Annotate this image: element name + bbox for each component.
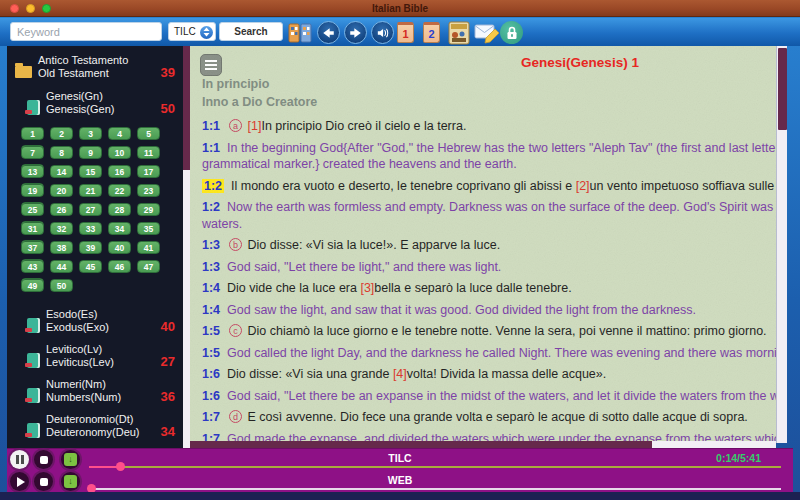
chapter-button[interactable]: 22 <box>108 184 131 197</box>
verse-ref[interactable]: 1:1 <box>202 141 220 155</box>
chapter-button[interactable]: 37 <box>21 241 44 254</box>
verse-ref[interactable]: 1:4 <box>202 281 220 295</box>
chapter-grid-row: 434445464748 <box>21 260 183 279</box>
chapter-button[interactable]: 45 <box>79 260 102 273</box>
lock-icon[interactable] <box>500 21 523 44</box>
chapter-button[interactable]: 14 <box>50 165 73 178</box>
chapter-button[interactable]: 15 <box>79 165 102 178</box>
verse-ref[interactable]: 1:7 <box>202 432 220 442</box>
verse-text: Il mondo era vuoto e deserto, le tenebre… <box>231 179 576 193</box>
vertical-scrollbar[interactable] <box>776 46 787 443</box>
horizontal-scrollbar[interactable] <box>190 441 776 448</box>
chapter-button[interactable]: 1 <box>21 127 44 140</box>
chapter-button[interactable]: 41 <box>137 241 160 254</box>
chapter-button[interactable]: 4 <box>108 127 131 140</box>
chapter-button[interactable]: 29 <box>137 203 160 216</box>
verse-ref[interactable]: 1:2 <box>202 200 220 214</box>
verse-text: In principio Dio creò il cielo e la terr… <box>261 119 466 133</box>
sidebar-scrollbar-thumb[interactable] <box>183 46 190 170</box>
verse-ref[interactable]: 1:5 <box>202 346 220 360</box>
chapter-button[interactable]: 31 <box>21 222 44 235</box>
chapter-button[interactable]: 27 <box>79 203 102 216</box>
chapter-button[interactable]: 21 <box>79 184 102 197</box>
verse-ref[interactable]: 1:3 <box>202 238 220 252</box>
chapter-button[interactable]: 11 <box>137 146 160 159</box>
book-icon <box>27 388 40 403</box>
chapter-button[interactable]: 28 <box>108 203 131 216</box>
chapter-button[interactable]: 44 <box>50 260 73 273</box>
player-time: 0:14/5:41 <box>716 452 761 464</box>
verse-ref[interactable]: 1:3 <box>202 260 220 274</box>
keyword-input[interactable] <box>10 22 162 41</box>
footnote-badge[interactable]: b <box>229 238 242 251</box>
chapter-button[interactable]: 47 <box>137 260 160 273</box>
footnote-badge[interactable]: c <box>229 324 242 337</box>
seek-slider[interactable] <box>89 487 781 490</box>
chapter-button[interactable]: 25 <box>21 203 44 216</box>
footnote-badge[interactable]: a <box>229 119 242 132</box>
chapter-button[interactable]: 2 <box>50 127 73 140</box>
chapter-button[interactable]: 23 <box>137 184 160 197</box>
verse-ref[interactable]: 1:6 <box>202 367 220 381</box>
verse-ref[interactable]: 1:4 <box>202 303 220 317</box>
search-button[interactable]: Search <box>219 22 283 41</box>
compose-mail-icon[interactable] <box>474 21 498 44</box>
sidebar-book-item[interactable]: Esodo(Es)Exodus(Exo)40 <box>7 308 183 334</box>
chapter-button[interactable]: 17 <box>137 165 160 178</box>
forward-button[interactable] <box>344 21 367 44</box>
bible-1-icon[interactable]: 1 <box>397 22 414 43</box>
chapter-button[interactable]: 20 <box>50 184 73 197</box>
chapter-button[interactable]: 32 <box>50 222 73 235</box>
chapter-button[interactable]: 43 <box>21 260 44 273</box>
book-name-en: Exodus(Exo) <box>46 321 157 334</box>
chapter-button[interactable]: 5 <box>137 127 160 140</box>
verse-ref[interactable]: 1:7 <box>202 410 220 424</box>
book-name-en: Deuteronomy(Deu) <box>46 426 157 439</box>
verse-ref[interactable]: 1:2 <box>202 179 224 193</box>
chapter-button[interactable]: 26 <box>50 203 73 216</box>
chapter-button[interactable]: 33 <box>79 222 102 235</box>
chapter-button[interactable]: 46 <box>108 260 131 273</box>
sidebar-book-item[interactable]: Numeri(Nm)Numbers(Num)36 <box>7 378 183 404</box>
parallel-bibles-icon[interactable] <box>288 21 312 44</box>
verse-ref[interactable]: 1:6 <box>202 389 220 403</box>
window-title: Italian Bible <box>0 3 800 14</box>
sidebar-book-item[interactable]: Deuteronomio(Dt)Deuteronomy(Deu)34 <box>7 413 183 439</box>
seek-thumb[interactable] <box>116 462 125 471</box>
chapter-button[interactable]: 3 <box>79 127 102 140</box>
footnote-marker: [1] <box>248 119 262 133</box>
sidebar-scrollbar[interactable] <box>183 46 190 448</box>
vertical-scrollbar-thumb[interactable] <box>778 48 787 130</box>
chapter-button[interactable]: 8 <box>50 146 73 159</box>
sidebar-item-old-testament[interactable]: Antico Testamento Old Testament 39 <box>7 54 183 80</box>
chapter-button[interactable]: 50 <box>50 279 73 292</box>
back-button[interactable] <box>317 21 340 44</box>
chapter-button[interactable]: 13 <box>21 165 44 178</box>
chapter-button[interactable]: 39 <box>79 241 102 254</box>
picture-bible-icon[interactable] <box>448 21 472 44</box>
seek-slider[interactable] <box>89 465 781 468</box>
chapter-button[interactable]: 49 <box>21 279 44 292</box>
chapter-button[interactable]: 34 <box>108 222 131 235</box>
footnote-marker: [3] <box>360 281 374 295</box>
sidebar-book-item[interactable]: Genesi(Gn)Genesis(Gen)50 <box>7 90 183 116</box>
chapter-button[interactable]: 38 <box>50 241 73 254</box>
chapter-button[interactable]: 35 <box>137 222 160 235</box>
horizontal-scrollbar-thumb[interactable] <box>190 441 652 448</box>
bible-2-icon[interactable]: 2 <box>423 22 440 43</box>
chapter-button[interactable]: 16 <box>108 165 131 178</box>
verse-text: Dio disse: «Vi sia una grande <box>227 367 393 381</box>
chapter-button[interactable]: 10 <box>108 146 131 159</box>
chapter-button[interactable]: 19 <box>21 184 44 197</box>
chapter-button[interactable]: 9 <box>79 146 102 159</box>
speaker-button[interactable] <box>371 21 394 44</box>
sidebar-book-item[interactable]: Levitico(Lv)Leviticus(Lev)27 <box>7 343 183 369</box>
chapter-button[interactable]: 40 <box>108 241 131 254</box>
footnote-badge[interactable]: d <box>229 410 242 423</box>
verse-ref[interactable]: 1:5 <box>202 324 220 338</box>
book-list: Genesi(Gn)Genesis(Gen)501234567891011121… <box>7 90 183 448</box>
verse-pane: Genesi(Genesis) 1 In principio Inno a Di… <box>190 46 776 441</box>
version-select[interactable]: TILC <box>168 22 216 41</box>
verse-ref[interactable]: 1:1 <box>202 119 220 133</box>
chapter-button[interactable]: 7 <box>21 146 44 159</box>
